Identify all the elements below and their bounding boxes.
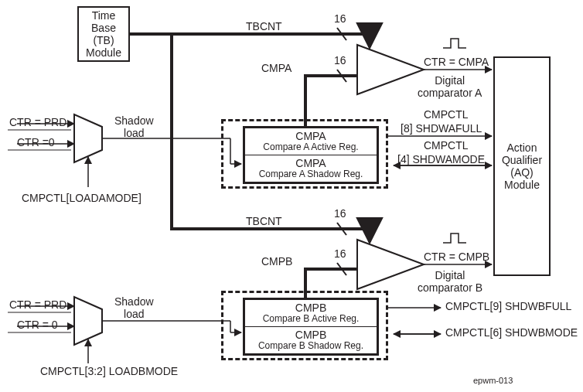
ctr-prd-a: CTR = PRD (9, 116, 66, 128)
loadbmode-label: CMPCTL[3:2] LOADBMODE (40, 365, 178, 377)
cmpa-shadow-name: CMPA (248, 157, 373, 169)
ctr-prd-b: CTR = PRD (9, 298, 66, 311)
svg-marker-6 (74, 114, 102, 162)
cmpb-register-pair: CMPB Compare B Active Reg. CMPB Compare … (243, 298, 379, 356)
cmpa-active-name: CMPA (248, 130, 373, 142)
loadamode-label: CMPCTL[LOADAMODE] (22, 192, 141, 204)
tbcnt-label-a: TBCNT (246, 20, 282, 32)
svg-marker-4 (357, 45, 424, 94)
digital-comparator-b: Digital comparator B (418, 269, 482, 294)
cmpa-bus-label: CMPA (261, 62, 292, 74)
cmpb-shadow-name: CMPB (248, 329, 373, 341)
bus16-b1: 16 (334, 207, 346, 220)
aq-l1: Action (507, 141, 537, 154)
tb-l1: Time (92, 9, 116, 22)
tbcnt-label-b: TBCNT (246, 215, 282, 227)
cmpctl-a2-top: CMPCTL (424, 139, 469, 152)
aq-l3: (AQ) (510, 166, 534, 179)
cmpa-register-pair: CMPA Compare A Active Reg. CMPA Compare … (243, 126, 379, 184)
aq-l4: Module (504, 179, 540, 191)
shdwbfull-label: CMPCTL[9] SHDWBFULL (445, 300, 571, 312)
time-base-block: Time Base (TB) Module (77, 6, 130, 62)
action-qualifier-block: Action Qualifier (AQ) Module (493, 56, 551, 276)
bus16-b2: 16 (334, 247, 346, 260)
bus16-a1: 16 (334, 12, 346, 25)
cmpb-active-name: CMPB (248, 302, 373, 314)
ctr-zero-b: CTR = 0 (17, 319, 58, 331)
ctr-eq-cmpb: CTR = CMPB (424, 251, 489, 263)
cmpb-bus-label: CMPB (261, 255, 292, 268)
digital-comparator-a: Digital comparator A (418, 74, 482, 99)
shadow-load-a: Shadow load (114, 114, 154, 139)
shdwamode-label: [4] SHDWAMODE (397, 153, 485, 165)
figure-id: epwm-013 (473, 376, 513, 386)
bus16-a2: 16 (334, 54, 346, 66)
cmpa-shadow-desc: Compare A Shadow Reg. (248, 169, 373, 180)
shadow-load-b: Shadow load (114, 295, 154, 320)
cmpa-active-desc: Compare A Active Reg. (248, 142, 373, 153)
tb-l3: (TB) (93, 34, 114, 46)
shdwafull-label: [8] SHDWAFULL (401, 122, 482, 135)
ctr-zero-a: CTR =0 (17, 136, 55, 148)
svg-marker-13 (74, 297, 102, 345)
svg-marker-5 (357, 240, 424, 289)
cmpctl-a1-top: CMPCTL (424, 108, 469, 121)
ctr-eq-cmpa: CTR = CMPA (424, 56, 489, 68)
tb-l2: Base (91, 22, 116, 34)
shdwbmode-label: CMPCTL[6] SHDWBMODE (445, 326, 578, 339)
tb-l4: Module (86, 46, 121, 59)
aq-l2: Qualifier (502, 154, 542, 166)
cmpb-active-desc: Compare B Active Reg. (248, 314, 373, 325)
cmpb-shadow-desc: Compare B Shadow Reg. (248, 341, 373, 352)
